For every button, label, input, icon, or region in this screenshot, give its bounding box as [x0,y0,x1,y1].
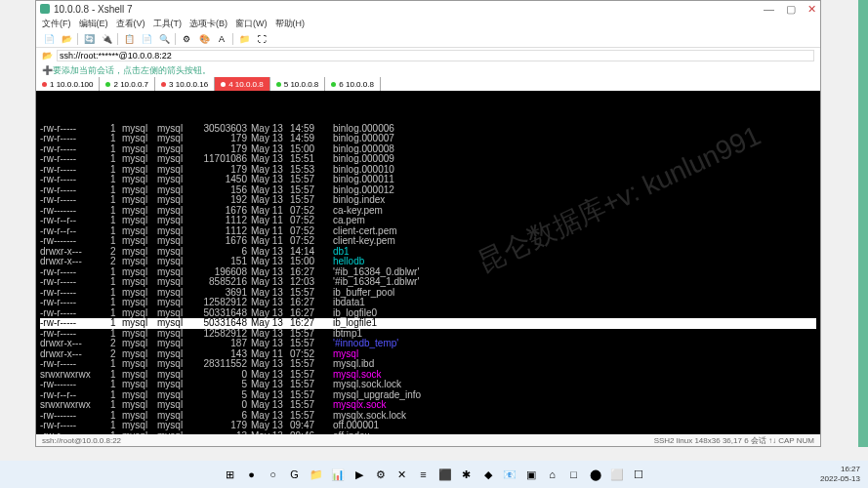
menu-item[interactable]: 窗口(W) [235,18,268,30]
session-tabs: 1 10.0.0.1002 10.0.0.73 10.0.0.164 10.0.… [36,77,820,91]
file-row: -rw-------1mysqlmysql1676May 1107:52clie… [40,236,816,247]
close-button[interactable]: ✕ [807,3,816,16]
taskbar-app-icon[interactable]: ▶ [351,466,368,483]
taskbar-app-icon[interactable]: ⬛ [436,466,454,483]
app-icon [40,4,50,14]
window-title: 10.0.0.8 - Xshell 7 [54,4,764,15]
session-tab[interactable]: 1 10.0.0.100 [36,77,100,91]
session-tab[interactable]: 2 10.0.0.7 [100,77,155,91]
menu-item[interactable]: 选项卡(B) [189,18,227,30]
address-input[interactable] [57,50,814,61]
system-clock[interactable]: 16:27 2022-05-13 [820,465,860,484]
copy-button[interactable]: 📋 [122,32,136,46]
menu-item[interactable]: 查看(V) [116,18,145,30]
file-row: drwxr-x---2mysqlmysql151May 1315:00hello… [40,257,816,267]
window-controls: — ▢ ✕ [764,3,816,16]
reconnect-button[interactable]: 🔄 [82,32,96,46]
taskbar-app-icon[interactable]: ● [243,466,261,483]
taskbar-app-icon[interactable]: ✕ [393,466,411,483]
toolbar: 📄 📂 🔄 🔌 📋 📄 🔍 ⚙ 🎨 A 📁 ⛶ [36,30,820,48]
maximize-button[interactable]: ▢ [786,3,796,16]
minimize-button[interactable]: — [764,3,774,16]
file-row: -rw-r-----1mysqlmysql179May 1314:59binlo… [40,134,816,144]
session-tab[interactable]: 5 10.0.0.8 [270,77,326,91]
session-tab[interactable]: 3 10.0.0.16 [155,77,215,91]
file-row: -rw-r-----1mysqlmysql8585216May 1312:03'… [40,277,816,288]
status-right: SSH2 linux 148x36 36,17 6 会话 ↑↓ CAP NUM [654,435,814,446]
menu-item[interactable]: 帮助(H) [275,18,306,30]
file-row: -rw-r-----1mysqlmysql1450May 1315:57binl… [40,175,816,185]
xshell-window: 10.0.0.8 - Xshell 7 — ▢ ✕ 文件(F)编辑(E)查看(V… [35,0,821,447]
fullscreen-button[interactable]: ⛶ [255,32,269,46]
taskbar-app-icon[interactable]: □ [565,466,583,483]
taskbar-app-icon[interactable]: ⊞ [222,466,239,483]
clock-date: 2022-05-13 [820,474,860,484]
status-dot [161,82,166,87]
xftp-button[interactable]: 📁 [237,32,251,46]
taskbar-app-icon[interactable]: 📁 [308,466,325,483]
status-dot [42,82,47,87]
color-button[interactable]: 🎨 [197,32,211,46]
tab-label: 1 10.0.0.100 [50,80,93,89]
file-row: -rw-r-----1mysqlmysql50331648May 1316:27… [40,318,816,329]
taskbar-app-icon[interactable]: 📧 [501,466,518,483]
file-row: -rw-r-----1mysqlmysql12582912May 1316:27… [40,298,816,308]
status-dot [221,82,226,87]
taskbar-app-icon[interactable]: ⚙ [372,466,390,483]
file-row: -rw-r-----1mysqlmysql13May 1309:46off.in… [40,431,816,435]
new-session-button[interactable]: 📄 [42,32,56,46]
taskbar-app-icon[interactable]: ▣ [522,466,540,483]
file-row: drwxr-x---2mysqlmysql187May 1315:57'#inn… [40,339,816,349]
file-row: -rw-r-----1mysqlmysql192May 1315:57binlo… [40,195,816,206]
title-bar: 10.0.0.8 - Xshell 7 — ▢ ✕ [36,1,820,17]
address-bar: 📂 [36,48,820,63]
tab-label: 6 10.0.0.8 [339,80,374,89]
status-dot [105,82,110,87]
clock-time: 16:27 [820,465,860,474]
font-button[interactable]: A [215,32,228,46]
info-icon: ➕ [42,65,53,75]
tab-label: 4 10.0.0.8 [228,80,264,89]
taskbar-app-icon[interactable]: 📊 [329,466,347,483]
taskbar-app-icon[interactable]: ⬜ [608,466,626,483]
file-row: -rw-r-----1mysqlmysql11701086May 1315:51… [40,154,816,165]
side-panel [858,0,868,447]
tab-label: 3 10.0.0.16 [169,80,208,89]
find-button[interactable]: 🔍 [157,32,171,46]
status-dot [276,82,281,87]
file-row: -rw-r-----1mysqlmysql179May 1309:47off.0… [40,421,816,431]
disconnect-button[interactable]: 🔌 [100,32,113,46]
addr-icon: 📂 [42,51,53,61]
session-tab[interactable]: 4 10.0.0.8 [215,77,270,91]
status-bar: ssh://root@10.0.0.8:22 SSH2 linux 148x36… [36,434,820,446]
info-line: ➕ 要添加当前会话，点击左侧的箭头按钮。 [36,63,820,77]
menu-bar: 文件(F)编辑(E)查看(V)工具(T)选项卡(B)窗口(W)帮助(H) [36,17,820,30]
taskbar-app-icon[interactable]: ⌂ [544,466,561,483]
info-text: 要添加当前会话，点击左侧的箭头按钮。 [53,64,211,77]
file-row: -rw-r--r--1mysqlmysql1112May 1107:52ca.p… [40,216,816,226]
taskbar-app-icon[interactable]: ◆ [479,466,497,483]
status-dot [331,82,336,87]
session-tab[interactable]: 6 10.0.0.8 [325,77,381,91]
menu-item[interactable]: 工具(T) [153,18,183,30]
status-left: ssh://root@10.0.0.8:22 [42,436,121,445]
taskbar-app-icon[interactable]: ✱ [458,466,475,483]
menu-item[interactable]: 编辑(E) [79,18,108,30]
tab-label: 2 10.0.0.7 [113,80,148,89]
menu-item[interactable]: 文件(F) [42,18,71,30]
tab-label: 5 10.0.0.8 [284,80,319,89]
file-row: -rw-r-----1mysqlmysql28311552May 1315:57… [40,359,816,370]
taskbar-app-icon[interactable]: ⬤ [587,466,604,483]
taskbar-app-icon[interactable]: ≡ [415,466,433,483]
properties-button[interactable]: ⚙ [180,32,193,46]
taskbar-app-icon[interactable]: G [286,466,304,483]
open-button[interactable]: 📂 [60,32,73,46]
taskbar: ⊞●○G📁📊▶⚙✕≡⬛✱◆📧▣⌂□⬤⬜☐ 16:27 2022-05-13 [0,461,868,488]
taskbar-app-icon[interactable]: ☐ [630,466,647,483]
taskbar-app-icon[interactable]: ○ [265,466,282,483]
terminal[interactable]: 昆仑数据库+v: kunlun991 -rw-r-----1mysqlmysql… [36,91,820,434]
file-row: srwxrwxrwx1mysqlmysql0May 1315:57mysqlx.… [40,400,816,411]
paste-button[interactable]: 📄 [140,32,153,46]
file-row: -rw-------1mysqlmysql5May 1315:57mysql.s… [40,380,816,390]
